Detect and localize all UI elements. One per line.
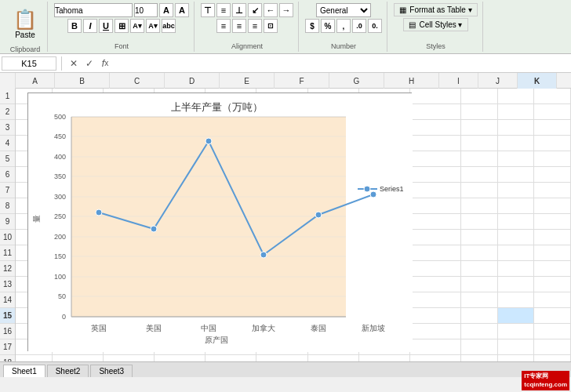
cell-styles-button[interactable]: ▤ Cell Styles ▾ — [403, 18, 467, 31]
increase-font-button[interactable]: A — [159, 3, 173, 17]
grid-cell[interactable] — [461, 339, 498, 355]
grid-cell[interactable] — [498, 355, 535, 361]
col-header-f[interactable]: F — [275, 73, 329, 89]
align-right-button[interactable]: ≡ — [248, 19, 262, 33]
sheet-tab-2[interactable]: Sheet2 — [47, 365, 89, 377]
grid-cell[interactable] — [461, 183, 498, 198]
grid-cell[interactable] — [16, 355, 53, 361]
col-header-e[interactable]: E — [220, 73, 275, 89]
merge-button[interactable]: ⊡ — [264, 19, 278, 33]
grid-cell[interactable] — [534, 104, 571, 120]
align-bottom-button[interactable]: ⊥ — [232, 3, 246, 17]
grid-cell[interactable] — [461, 214, 498, 230]
comma-button[interactable]: , — [336, 19, 351, 33]
grid-cell[interactable] — [534, 355, 571, 361]
grid-cell[interactable] — [498, 89, 535, 104]
grid-cell[interactable] — [498, 324, 535, 339]
col-header-a[interactable]: A — [16, 73, 55, 89]
grid-cell[interactable] — [461, 198, 498, 214]
grid-cell[interactable] — [534, 136, 571, 151]
grid-cell[interactable] — [461, 230, 498, 245]
grid-cell[interactable] — [498, 198, 535, 214]
col-header-d[interactable]: D — [165, 73, 220, 89]
grid-cell[interactable] — [410, 198, 461, 214]
grid-cell[interactable] — [498, 167, 535, 183]
currency-button[interactable]: $ — [305, 19, 319, 33]
grid-cell[interactable] — [410, 151, 461, 167]
grid-cell[interactable] — [498, 245, 535, 261]
grid-cell[interactable] — [498, 151, 535, 167]
grid-cell[interactable] — [534, 198, 571, 214]
grid-cell[interactable] — [461, 120, 498, 136]
cancel-formula-button[interactable]: ✕ — [67, 56, 81, 71]
indent-decrease-button[interactable]: ← — [264, 3, 278, 17]
grid-cell[interactable] — [534, 261, 571, 277]
increase-decimal-button[interactable]: .0 — [352, 19, 366, 33]
col-header-b[interactable]: B — [55, 73, 110, 89]
grid-cell[interactable] — [205, 355, 256, 361]
border-button[interactable]: ⊞ — [115, 19, 129, 33]
grid-cell[interactable] — [534, 214, 571, 230]
grid-cell[interactable] — [461, 151, 498, 167]
grid-cell[interactable] — [410, 167, 461, 183]
grid-cell[interactable] — [410, 324, 461, 339]
row-header-16[interactable]: 16 — [0, 324, 15, 339]
grid-cell[interactable] — [498, 183, 535, 198]
col-header-h[interactable]: H — [384, 73, 439, 89]
grid-cell[interactable] — [461, 245, 498, 261]
grid-cell[interactable] — [498, 136, 535, 151]
row-header-4[interactable]: 4 — [0, 136, 15, 151]
grid-cell[interactable] — [461, 104, 498, 120]
grid-cell[interactable] — [498, 308, 535, 324]
percent-button[interactable]: % — [321, 19, 335, 33]
chart-container[interactable]: 上半年产量（万吨） 0 50 — [27, 93, 412, 351]
grid-cell[interactable] — [534, 277, 571, 292]
grid-cell[interactable] — [461, 167, 498, 183]
row-header-9[interactable]: 9 — [0, 214, 15, 230]
grid-cell[interactable] — [410, 89, 461, 104]
row-header-12[interactable]: 12 — [0, 261, 15, 277]
grid-cell[interactable] — [498, 214, 535, 230]
grid-cell[interactable] — [498, 339, 535, 355]
grid-cell[interactable] — [410, 245, 461, 261]
format-as-table-button[interactable]: ▦ Format as Table ▾ — [394, 3, 477, 16]
align-middle-button[interactable]: ≡ — [216, 3, 231, 17]
grid-cell[interactable] — [534, 339, 571, 355]
grid-cell[interactable] — [498, 292, 535, 308]
indent-increase-button[interactable]: → — [279, 3, 293, 17]
col-header-k[interactable]: K — [518, 73, 557, 89]
col-header-i[interactable]: I — [439, 73, 478, 89]
row-header-5[interactable]: 5 — [0, 151, 15, 167]
row-header-1[interactable]: 1 — [0, 89, 15, 104]
bold-button[interactable]: B — [67, 19, 82, 33]
grid-cell[interactable] — [461, 355, 498, 361]
grid-cell[interactable] — [461, 277, 498, 292]
grid-cell[interactable] — [534, 183, 571, 198]
grid-cell[interactable] — [461, 324, 498, 339]
font-name-input[interactable] — [54, 3, 133, 17]
row-header-10[interactable]: 10 — [0, 230, 15, 245]
grid-cell[interactable] — [410, 214, 461, 230]
paste-button[interactable]: 📋 Paste — [8, 3, 42, 44]
fill-color-button[interactable]: A▾ — [130, 19, 144, 33]
grid-cell[interactable] — [410, 261, 461, 277]
grid-cell[interactable] — [498, 277, 535, 292]
formula-input[interactable] — [114, 59, 569, 68]
align-center-button[interactable]: ≡ — [232, 19, 246, 33]
grid-cell[interactable] — [461, 261, 498, 277]
grid-cell[interactable] — [534, 308, 571, 324]
italic-button[interactable]: I — [83, 19, 97, 33]
grid-cell[interactable] — [498, 230, 535, 245]
row-header-2[interactable]: 2 — [0, 104, 15, 120]
row-header-13[interactable]: 13 — [0, 277, 15, 292]
grid-cell[interactable] — [308, 355, 359, 361]
grid-cell[interactable] — [534, 120, 571, 136]
grid-cell[interactable] — [410, 136, 461, 151]
align-top-button[interactable]: ⊤ — [201, 3, 215, 17]
grid-cell[interactable] — [410, 230, 461, 245]
grid-cell[interactable] — [498, 261, 535, 277]
grid-cell[interactable] — [534, 151, 571, 167]
col-header-c[interactable]: C — [110, 73, 165, 89]
grid-cell[interactable] — [410, 292, 461, 308]
grid-cell[interactable] — [498, 104, 535, 120]
